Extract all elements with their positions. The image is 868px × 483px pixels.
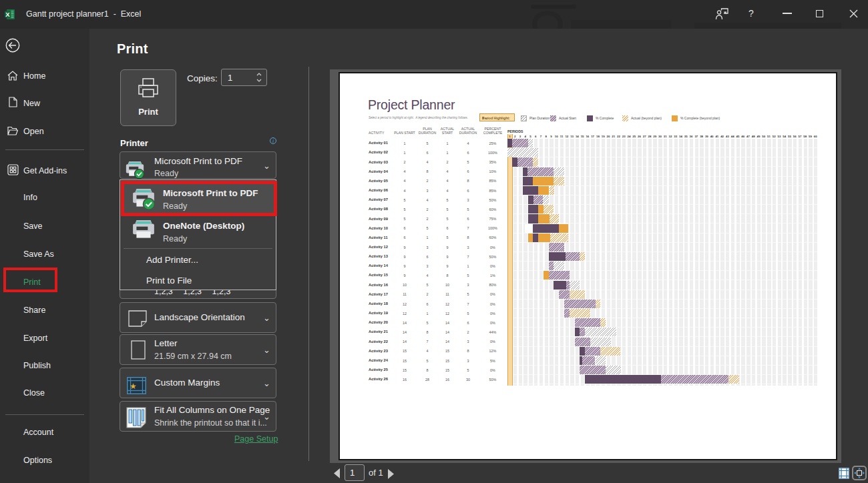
svg-text:★: ★ xyxy=(130,382,137,391)
svg-text:X: X xyxy=(5,11,10,18)
